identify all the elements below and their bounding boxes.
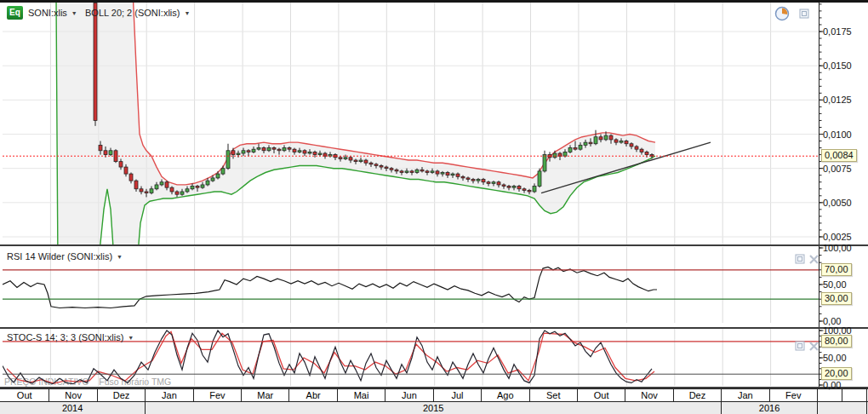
month-cell: Jan xyxy=(722,389,769,401)
symbol-dropdown[interactable]: SONI:xlis ▼ xyxy=(28,8,77,18)
axis-tick-label: 0,0100 xyxy=(823,129,852,140)
chevron-down-icon: ▼ xyxy=(71,10,77,16)
month-cell: Jun xyxy=(385,389,433,401)
month-cell xyxy=(842,389,867,401)
month-cell: Mar xyxy=(242,389,289,401)
panel-separator[interactable] xyxy=(0,327,868,329)
month-cell: Fev xyxy=(770,389,818,401)
month-cell xyxy=(818,389,842,401)
stoch-close-icon[interactable] xyxy=(808,341,819,352)
rsi-restore-icon[interactable] xyxy=(795,254,806,265)
axis-tick-label: 0,0125 xyxy=(823,95,852,105)
axis-tick-label: 0,0050 xyxy=(823,198,852,208)
month-cell: Dez xyxy=(674,389,722,401)
month-cell: Dez xyxy=(98,389,146,401)
month-cell: Ago xyxy=(482,389,529,401)
axis-tick-label: 50,00 xyxy=(823,353,847,363)
axis-tick-label: 0,0175 xyxy=(823,26,852,37)
chevron-down-icon: ▼ xyxy=(117,254,123,260)
month-cell: Out xyxy=(578,389,625,401)
axis-tick-label: 50,00 xyxy=(823,279,847,290)
month-cell: Mai xyxy=(338,389,385,401)
month-cell: Set xyxy=(530,389,578,401)
month-cell: Abr xyxy=(289,389,337,401)
rsi-panel-dropdown[interactable]: RSI 14 Wilder (SONI:xlis) ▼ xyxy=(7,251,123,262)
stoch-panel-dropdown[interactable]: STOC-S 14; 3; 3 (SONI:xlis) ▼ xyxy=(7,332,134,342)
stoch-panel-title: STOC-S 14; 3; 3 (SONI:xlis) xyxy=(7,332,123,342)
indicator-dropdown[interactable]: BOLL 20; 2 (SONI:xlis) ▼ xyxy=(85,8,190,18)
month-cell: Jan xyxy=(146,389,193,401)
stoch-restore-icon[interactable] xyxy=(795,341,806,352)
indicator-label: BOLL 20; 2 (SONI:xlis) xyxy=(85,8,180,18)
month-cell: Out xyxy=(0,389,49,401)
price-tag: 70,00 xyxy=(821,263,852,276)
symbol-label: SONI:xlis xyxy=(28,8,67,18)
price-tag: 0,0084 xyxy=(821,149,857,162)
axis-tick-label: 0,0025 xyxy=(823,232,852,242)
month-cell: Nov xyxy=(49,389,97,401)
eq-badge: Eq xyxy=(7,6,23,20)
axis-tick-label: 0,0150 xyxy=(823,60,852,71)
year-cell: 2014 xyxy=(0,402,146,414)
restore-icon[interactable] xyxy=(799,9,810,20)
year-cell: 2016 xyxy=(722,402,818,414)
rsi-panel-title: RSI 14 Wilder (SONI:xlis) xyxy=(7,251,112,262)
chart-application: PREÇO INDICATIVO Fuso horário TMG Eq SON… xyxy=(0,0,868,414)
month-cell: Jul xyxy=(434,389,482,401)
price-tag: 30,00 xyxy=(821,292,852,305)
axis-tick-label: 100,00 xyxy=(823,243,852,253)
axis-tick-label: 0,00 xyxy=(823,380,841,390)
year-cell: 2015 xyxy=(146,402,722,414)
chevron-down-icon: ▼ xyxy=(184,10,190,16)
time-axis-months: OutNovDezJanFevMarAbrMaiJunJulAgoSetOutN… xyxy=(0,388,868,402)
chevron-down-icon: ▼ xyxy=(128,335,134,341)
year-cell xyxy=(818,402,867,414)
axis-tick-label: 0,0075 xyxy=(823,164,852,174)
panel-separator[interactable] xyxy=(0,244,868,246)
price-tag: 80,00 xyxy=(821,335,852,348)
time-axis-years: 201420152016 xyxy=(0,401,868,414)
month-cell: Fev xyxy=(194,389,242,401)
rsi-close-icon[interactable] xyxy=(808,254,819,265)
month-cell: Nov xyxy=(625,389,673,401)
price-tag: 20,00 xyxy=(821,367,852,380)
clock-icon[interactable] xyxy=(774,6,790,21)
